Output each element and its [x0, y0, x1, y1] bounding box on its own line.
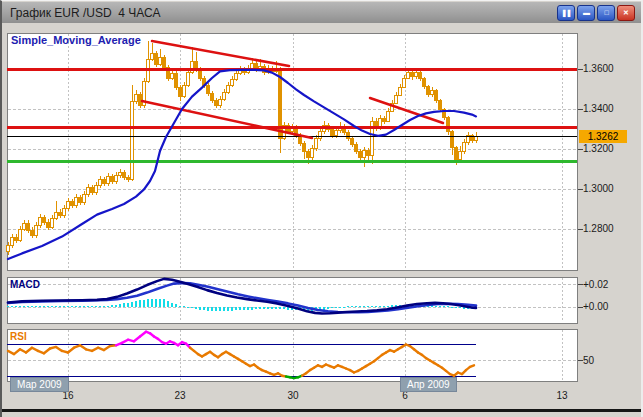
title-bar[interactable]: График EUR /USD 4 ЧАСА ❚❚▬□✕	[2, 2, 641, 24]
chart-client-area: Simple_Moving_Average MACD RSI 1.36001.3…	[2, 23, 641, 417]
price-axis-label: 1.2800	[583, 223, 614, 234]
date-tick-label: 13	[549, 390, 575, 401]
price-axis-label: 1.3200	[583, 143, 614, 154]
window-bottom-edge	[2, 409, 641, 412]
minimize-button[interactable]: ▬	[577, 5, 595, 21]
price-axis-label: 1.3000	[583, 183, 614, 194]
current-price-tag: 1.3262	[579, 130, 627, 143]
price-axis-label: 1.3400	[583, 103, 614, 114]
month-badge: Мар 2009	[10, 377, 69, 392]
macd-axis-label: +0.00	[583, 301, 608, 312]
sma-indicator-label: Simple_Moving_Average	[11, 34, 141, 46]
rsi-indicator-label: RSI	[10, 331, 27, 342]
date-tick-label: 30	[280, 390, 306, 401]
window-title: График EUR /USD 4 ЧАСА	[10, 6, 161, 20]
rsi-axis-label: 50	[583, 355, 594, 366]
chart-canvas[interactable]	[2, 23, 641, 417]
chart-window: График EUR /USD 4 ЧАСА ❚❚▬□✕ Simple_Movi…	[0, 0, 643, 417]
price-axis-label: 1.3600	[583, 63, 614, 74]
month-badge: Апр 2009	[400, 377, 457, 392]
macd-indicator-label: MACD	[10, 279, 40, 290]
date-tick-label: 23	[167, 390, 193, 401]
pause-button[interactable]: ❚❚	[557, 5, 575, 21]
maximize-button[interactable]: □	[597, 5, 615, 21]
close-button[interactable]: ✕	[617, 5, 635, 21]
macd-axis-label: +0.02	[583, 279, 608, 290]
window-buttons: ❚❚▬□✕	[557, 5, 635, 21]
